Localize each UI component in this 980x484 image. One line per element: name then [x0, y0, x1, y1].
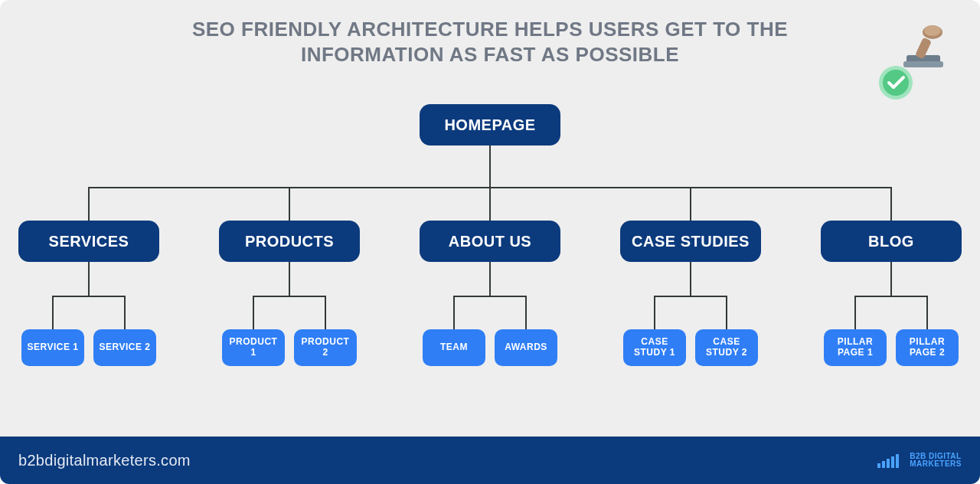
svg-point-6	[883, 70, 909, 96]
connector	[890, 187, 892, 221]
connector	[854, 296, 928, 297]
footer-brand: B2B DIGITAL MARKETERS	[877, 453, 962, 469]
connector	[654, 296, 727, 297]
node-case-study-2: CASE STUDY 2	[695, 329, 758, 366]
node-pillar-page-1: PILLAR PAGE 1	[824, 329, 887, 366]
svg-rect-8	[882, 461, 885, 468]
connector	[88, 262, 90, 296]
connector	[253, 296, 254, 329]
connector	[525, 296, 527, 329]
node-about-us: ABOUT US	[420, 221, 560, 262]
node-team: TEAM	[423, 329, 485, 366]
node-product-2: PRODUCT 2	[294, 329, 357, 366]
connector	[289, 187, 290, 221]
node-case-studies: CASE STUDIES	[620, 221, 761, 262]
connector	[890, 262, 892, 296]
node-products: PRODUCTS	[219, 221, 360, 262]
connector	[489, 262, 491, 296]
node-product-1: PRODUCT 1	[222, 329, 285, 366]
connector	[926, 296, 928, 329]
svg-rect-7	[877, 463, 880, 468]
connector	[489, 146, 491, 187]
svg-point-4	[924, 25, 941, 36]
diagram-canvas: SEO FRIENDLY ARCHITECTURE HELPS USERS GE…	[0, 0, 980, 484]
connector	[690, 262, 691, 296]
node-blog: BLOG	[821, 221, 962, 262]
node-homepage: HOMEPAGE	[420, 104, 560, 146]
svg-rect-1	[903, 61, 943, 67]
connector	[726, 296, 727, 329]
footer-brand-text: B2B DIGITAL MARKETERS	[910, 453, 962, 469]
connector	[253, 296, 326, 297]
connector	[52, 296, 126, 297]
connector	[325, 296, 326, 329]
connector	[654, 296, 655, 329]
node-services: SERVICES	[18, 221, 159, 262]
node-service-2: SERVICE 2	[93, 329, 156, 366]
connector	[289, 262, 290, 296]
connector	[854, 296, 856, 329]
connector	[453, 296, 455, 329]
footer: b2bdigitalmarketers.com B2B DIGITAL MARK…	[0, 437, 980, 484]
svg-rect-11	[896, 454, 899, 468]
connector	[88, 187, 90, 221]
node-service-1: SERVICE 1	[21, 329, 84, 366]
node-pillar-page-2: PILLAR PAGE 2	[896, 329, 959, 366]
footer-brand-line2: MARKETERS	[910, 460, 962, 469]
connector	[453, 296, 527, 297]
approval-stamp-icon	[873, 21, 957, 106]
page-title: SEO FRIENDLY ARCHITECTURE HELPS USERS GE…	[0, 17, 980, 67]
footer-site-url: b2bdigitalmarketers.com	[18, 452, 191, 469]
node-case-study-1: CASE STUDY 1	[623, 329, 686, 366]
connector	[690, 187, 691, 221]
bars-icon	[877, 453, 903, 468]
connector	[52, 296, 54, 329]
svg-rect-10	[891, 456, 894, 468]
svg-rect-9	[887, 459, 890, 468]
connector	[489, 187, 491, 221]
node-awards: AWARDS	[495, 329, 557, 366]
connector	[124, 296, 126, 329]
